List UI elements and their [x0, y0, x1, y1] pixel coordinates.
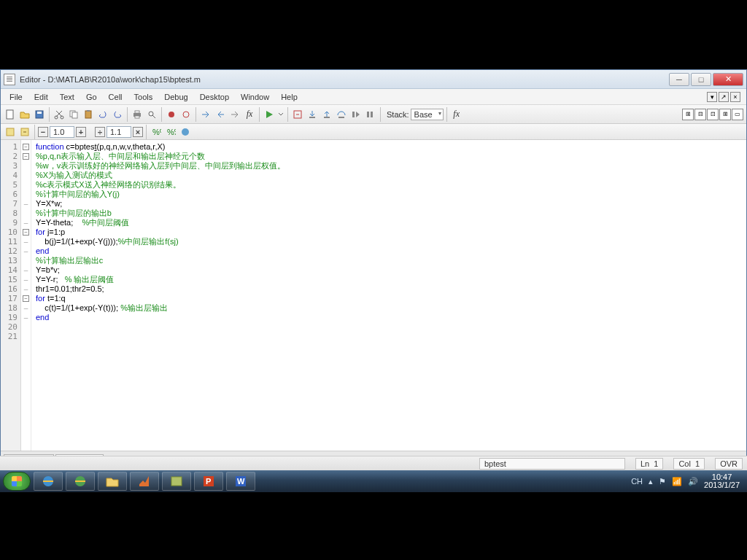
menu-tools[interactable]: Tools — [128, 91, 159, 103]
start-button[interactable] — [3, 472, 31, 491]
svg-point-26 — [182, 128, 189, 136]
print-icon[interactable] — [131, 108, 144, 121]
increment-value-1[interactable]: 1.0 — [50, 126, 74, 138]
multiply-button[interactable]: × — [133, 127, 143, 137]
taskbar-ie-icon[interactable] — [34, 472, 63, 491]
stack-select[interactable]: Base — [411, 109, 444, 120]
cell-insert-icon[interactable]: %% — [150, 125, 163, 139]
clear-breakpoint-icon[interactable] — [179, 108, 193, 121]
function-hint-icon[interactable]: fx — [243, 108, 256, 121]
svg-rect-2 — [37, 112, 42, 114]
layout-3-icon[interactable]: ⊡ — [707, 109, 719, 120]
goto-icon[interactable] — [199, 108, 212, 121]
find-icon[interactable] — [145, 108, 158, 121]
menu-text[interactable]: Text — [54, 91, 80, 103]
taskbar-app-icon[interactable] — [162, 472, 191, 491]
undock-icon[interactable]: ↗ — [719, 92, 729, 102]
menu-cell[interactable]: Cell — [103, 91, 128, 103]
step-icon[interactable] — [291, 108, 304, 121]
step-out-icon[interactable] — [320, 108, 333, 121]
increment-value-2[interactable]: 1.1 — [107, 126, 131, 138]
dock-down-icon[interactable]: ▾ — [707, 92, 717, 102]
svg-rect-16 — [309, 117, 315, 118]
divide-button[interactable]: ÷ — [95, 127, 105, 137]
volume-icon[interactable]: 🔊 — [688, 477, 698, 486]
svg-text:%%: %% — [152, 128, 161, 136]
svg-rect-20 — [367, 112, 369, 117]
ime-indicator[interactable]: CH — [631, 477, 643, 486]
cell-publish-icon[interactable] — [179, 125, 192, 139]
taskbar-word-icon[interactable]: W — [226, 472, 255, 491]
windows-taskbar[interactable]: P W CH ▴ ⚑ 📶 🔊 10:47 2013/1/27 — [0, 470, 747, 492]
status-ovr: OVR — [715, 458, 743, 470]
menu-desktop[interactable]: Desktop — [194, 91, 235, 103]
minimize-button[interactable]: ─ — [669, 73, 689, 86]
fold-gutter[interactable]: −−––−–––––−–– — [21, 140, 31, 451]
cut-icon[interactable] — [53, 108, 66, 121]
cell-eval-advance-icon[interactable] — [18, 125, 31, 139]
desktop-area: Editor - D:\MATLAB\R2010a\work\chap15\bp… — [0, 69, 747, 470]
layout-4-icon[interactable]: ⊞ — [719, 109, 731, 120]
maximize-button[interactable]: □ — [691, 73, 711, 86]
tray-up-icon[interactable]: ▴ — [649, 477, 653, 486]
copy-icon[interactable] — [67, 108, 80, 121]
step-over-icon[interactable] — [335, 108, 348, 121]
taskbar-matlab-icon[interactable] — [130, 472, 159, 491]
taskbar-ie2-icon[interactable] — [66, 472, 95, 491]
increment-button[interactable]: + — [76, 127, 86, 137]
svg-rect-11 — [135, 116, 139, 118]
step-in-icon[interactable] — [306, 108, 319, 121]
layout-1-icon[interactable]: ⊞ — [682, 109, 694, 120]
menu-edit[interactable]: Edit — [28, 91, 54, 103]
title-bar[interactable]: Editor - D:\MATLAB\R2010a\work\chap15\bp… — [1, 70, 746, 89]
close-panel-icon[interactable]: × — [730, 92, 740, 102]
network-icon[interactable]: 📶 — [672, 477, 682, 486]
menu-bar: File Edit Text Go Cell Tools Debug Deskt… — [1, 89, 746, 105]
run-icon[interactable] — [263, 108, 276, 121]
back-icon[interactable] — [214, 108, 227, 121]
status-line: Ln 1 — [635, 458, 664, 470]
menu-file[interactable]: File — [4, 91, 28, 103]
open-file-icon[interactable] — [18, 108, 31, 121]
flag-icon[interactable]: ⚑ — [659, 477, 666, 486]
menu-go[interactable]: Go — [80, 91, 103, 103]
menu-help[interactable]: Help — [275, 91, 303, 103]
paste-icon[interactable] — [82, 108, 95, 121]
save-icon[interactable] — [33, 108, 46, 121]
layout-2-icon[interactable]: ⊟ — [694, 109, 706, 120]
editor-window: Editor - D:\MATLAB\R2010a\work\chap15\bp… — [0, 69, 747, 467]
undo-icon[interactable] — [96, 108, 109, 121]
svg-rect-7 — [85, 111, 91, 118]
forward-icon[interactable] — [228, 108, 241, 121]
taskbar-powerpoint-icon[interactable]: P — [194, 472, 223, 491]
exit-debug-icon[interactable] — [364, 108, 377, 121]
system-tray[interactable]: CH ▴ ⚑ 📶 🔊 10:47 2013/1/27 — [631, 473, 744, 489]
svg-rect-0 — [7, 110, 13, 119]
svg-rect-10 — [135, 111, 139, 113]
clock[interactable]: 10:47 2013/1/27 — [704, 473, 740, 489]
svg-rect-29 — [171, 477, 182, 486]
taskbar-explorer-icon[interactable] — [98, 472, 127, 491]
svg-rect-21 — [371, 112, 373, 117]
decrement-button[interactable]: − — [38, 127, 48, 137]
code-editor[interactable]: 123456789101112131415161718192021 −−––−–… — [1, 140, 746, 451]
cell-eval-icon[interactable] — [4, 125, 17, 139]
svg-rect-18 — [338, 117, 344, 118]
svg-rect-8 — [87, 110, 90, 112]
svg-rect-19 — [352, 112, 355, 117]
close-button[interactable]: ✕ — [713, 73, 743, 86]
code-area[interactable]: function c=bptest(p,q,n,w,v,theta,r,X)%p… — [31, 140, 746, 451]
continue-icon[interactable] — [349, 108, 363, 121]
layout-5-icon[interactable]: ▭ — [732, 109, 743, 120]
fx-button[interactable]: fx — [450, 108, 463, 121]
new-file-icon[interactable] — [4, 108, 17, 121]
menu-window[interactable]: Window — [235, 91, 275, 103]
redo-icon[interactable] — [111, 108, 124, 121]
svg-point-13 — [169, 112, 174, 117]
app-icon — [4, 74, 15, 85]
run-dropdown-icon[interactable] — [277, 108, 285, 121]
svg-rect-6 — [72, 112, 77, 118]
menu-debug[interactable]: Debug — [158, 91, 193, 103]
cell-insert-2-icon[interactable]: %‰ — [164, 125, 177, 139]
set-breakpoint-icon[interactable] — [165, 108, 178, 121]
